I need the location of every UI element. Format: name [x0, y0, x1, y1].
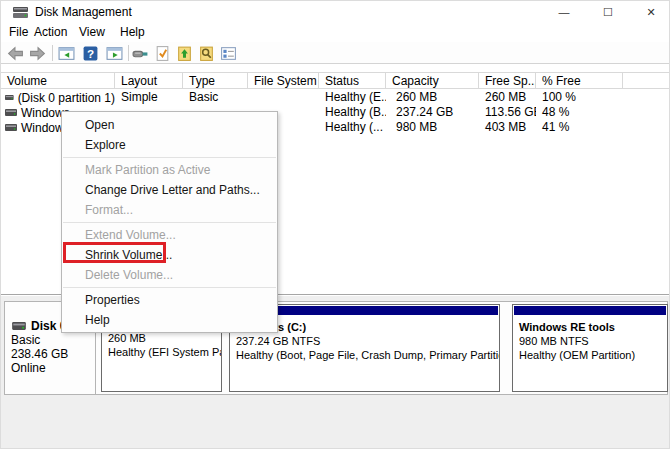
capacity-value: 237.24 GB: [386, 105, 479, 120]
menu-help[interactable]: Help: [120, 25, 145, 39]
drive-icon: [5, 124, 17, 131]
menu-separator: [63, 157, 276, 158]
title-bar: Disk Management — ☐ ✕: [1, 1, 670, 23]
free-space-value: 260 MB: [479, 90, 536, 105]
drive-icon: [5, 94, 14, 101]
svg-text:?: ?: [87, 47, 94, 60]
col-file-system[interactable]: File System: [248, 73, 319, 88]
partition-title: Windows RE tools: [519, 321, 667, 333]
col-volume[interactable]: Volume: [1, 73, 115, 88]
drive-icon: [12, 322, 26, 330]
volume-name: (Disk 0 partition 1): [18, 91, 115, 105]
menu-separator: [63, 222, 276, 223]
volume-list-header: Volume Layout Type File System Status Ca…: [1, 72, 670, 89]
partition-size: 980 MB NTFS: [519, 335, 667, 347]
capacity-value: 980 MB: [386, 120, 479, 135]
menu-item-open[interactable]: Open: [62, 115, 277, 135]
close-button[interactable]: ✕: [634, 1, 668, 23]
app-disk-icon: [13, 7, 28, 18]
back-icon[interactable]: [7, 45, 24, 62]
show-action-pane-icon[interactable]: [106, 45, 123, 62]
menu-item-delete-volume: Delete Volume...: [62, 265, 277, 285]
status-value: Healthy (...: [319, 120, 386, 135]
disk-status: Online: [11, 361, 46, 375]
disk-management-window: Disk Management — ☐ ✕ File Action View H…: [0, 0, 670, 449]
layout-value: Simple: [115, 90, 183, 105]
free-space-value: 113.56 GB: [479, 105, 536, 120]
menu-item-change-drive-letter[interactable]: Change Drive Letter and Paths...: [62, 180, 277, 200]
menu-item-properties[interactable]: Properties: [62, 290, 277, 310]
disk-tool-icon[interactable]: [132, 45, 149, 62]
partition-strip-windows-re[interactable]: Windows RE tools 980 MB NTFS Healthy (OE…: [512, 304, 668, 392]
menu-item-mark-partition-active: Mark Partition as Active: [62, 160, 277, 180]
pct-free-value: 48 %: [536, 105, 623, 120]
disk-size: 238.46 GB: [11, 347, 68, 361]
col-capacity[interactable]: Capacity: [386, 73, 479, 88]
toolbar: ?: [1, 42, 670, 64]
col-status[interactable]: Status: [319, 73, 386, 88]
menu-separator: [63, 287, 276, 288]
folder-search-icon[interactable]: [198, 45, 215, 62]
menu-view[interactable]: View: [79, 25, 105, 39]
forward-icon[interactable]: [29, 45, 46, 62]
menu-action[interactable]: Action: [34, 25, 67, 39]
partition-status: Healthy (Boot, Page File, Crash Dump, Pr…: [236, 349, 499, 361]
col-pct-free[interactable]: % Free: [536, 73, 623, 88]
disk-type: Basic: [11, 333, 40, 347]
properties-icon[interactable]: [220, 45, 237, 62]
minimize-button[interactable]: —: [547, 1, 581, 23]
window-title: Disk Management: [35, 5, 132, 19]
menu-item-help[interactable]: Help: [62, 310, 277, 330]
toolbar-separator: [128, 45, 129, 61]
toolbar-separator: [52, 45, 53, 61]
context-menu: Open Explore Mark Partition as Active Ch…: [61, 111, 278, 333]
col-spacer: [623, 73, 670, 88]
pct-free-value: 41 %: [536, 120, 623, 135]
status-value: Healthy (B...: [319, 105, 386, 120]
free-space-value: 403 MB: [479, 120, 536, 135]
partition-bar: [514, 306, 666, 315]
capacity-value: 260 MB: [386, 90, 479, 105]
help-icon[interactable]: ?: [82, 45, 99, 62]
file-system-value: [248, 90, 319, 105]
volume-row-disk0-partition1[interactable]: (Disk 0 partition 1) Simple Basic Health…: [1, 90, 670, 105]
col-layout[interactable]: Layout: [115, 73, 183, 88]
menu-item-explore[interactable]: Explore: [62, 135, 277, 155]
partition-size: 260 MB: [108, 332, 221, 344]
menu-file[interactable]: File: [9, 25, 28, 39]
drive-icon: [5, 109, 17, 116]
show-console-tree-icon[interactable]: [58, 45, 75, 62]
status-value: Healthy (E...: [319, 90, 386, 105]
partition-status: Healthy (OEM Partition): [519, 349, 667, 361]
folder-up-icon[interactable]: [176, 45, 193, 62]
menu-bar: File Action View Help: [1, 23, 670, 42]
partition-status: Healthy (EFI System Par: [108, 346, 221, 358]
col-type[interactable]: Type: [183, 73, 248, 88]
pct-free-value: 100 %: [536, 90, 623, 105]
partition-size: 237.24 GB NTFS: [236, 335, 499, 347]
menu-item-format: Format...: [62, 200, 277, 220]
maximize-button[interactable]: ☐: [591, 1, 625, 23]
col-free-space[interactable]: Free Sp...: [479, 73, 536, 88]
shrink-volume-highlight-annotation: [63, 242, 166, 263]
type-value: Basic: [183, 90, 248, 105]
check-disk-icon[interactable]: [154, 45, 171, 62]
